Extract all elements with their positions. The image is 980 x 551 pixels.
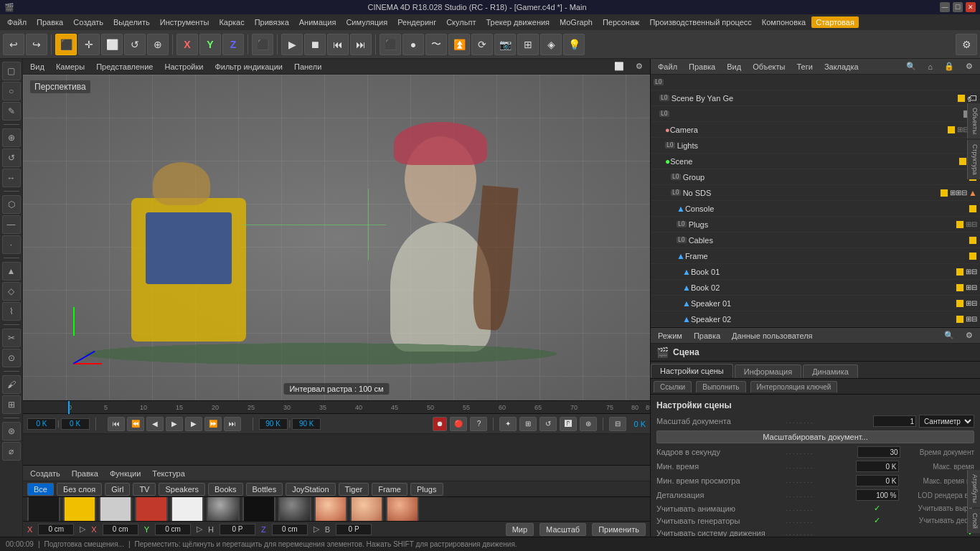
layer-tab-joystation[interactable]: JoyStation: [286, 483, 335, 496]
tb-grid[interactable]: ⊞: [517, 34, 539, 55]
tb-select-scale[interactable]: ⬜: [101, 34, 123, 55]
obj-item-scene-yan[interactable]: LO Scene By Yan Ge 🏷: [651, 90, 980, 106]
attr-subtab-interp[interactable]: Интерполяция ключей: [750, 381, 838, 392]
play-next[interactable]: ▶: [185, 417, 202, 431]
keyframe-btn3[interactable]: ↺: [540, 417, 557, 431]
minimize-button[interactable]: —: [940, 2, 950, 12]
vp-menu-view[interactable]: Вид: [27, 61, 47, 72]
tool-extrude[interactable]: ▲: [2, 262, 21, 281]
layer-tab-no-layer[interactable]: Без слоя: [57, 483, 102, 496]
tool-uv[interactable]: ⊞: [2, 395, 21, 414]
tb-undo[interactable]: ↩: [3, 34, 24, 55]
tb-light[interactable]: 💡: [563, 34, 585, 55]
bot-menu-edit[interactable]: Правка: [69, 468, 101, 479]
vp-menu-present[interactable]: Представление: [93, 61, 156, 72]
menu-tools[interactable]: Инструменты: [156, 17, 214, 28]
coord-z-input[interactable]: [272, 524, 308, 535]
tb-x-axis[interactable]: X: [176, 34, 198, 55]
material-11[interactable]: [386, 497, 419, 521]
obj-item-lights[interactable]: LO Lights: [651, 138, 980, 154]
current-time-input[interactable]: [27, 418, 56, 430]
material-1[interactable]: [27, 497, 60, 521]
keyframe-btn5[interactable]: ⊛: [580, 417, 597, 431]
coord-y-input[interactable]: [155, 524, 191, 535]
menu-track[interactable]: Трекер движения: [481, 17, 554, 28]
obj-item-lo2[interactable]: LO: [651, 106, 980, 122]
bot-menu-create[interactable]: Создать: [27, 468, 63, 479]
layer-tab-books[interactable]: Books: [208, 483, 243, 496]
material-6[interactable]: [207, 497, 240, 521]
attr-menu-edit[interactable]: Правка: [691, 330, 723, 342]
vp-menu-settings[interactable]: Настройки: [161, 61, 206, 72]
menu-frame[interactable]: Каркас: [215, 17, 248, 28]
obj-menu-objects[interactable]: Объекты: [750, 61, 788, 72]
menu-sculpt[interactable]: Скульпт: [442, 17, 480, 28]
tool-magnet[interactable]: ⊛: [2, 422, 21, 441]
tb-select-model[interactable]: ⬛: [55, 34, 77, 55]
help-btn[interactable]: ?: [470, 417, 487, 431]
tool-edge[interactable]: —: [2, 215, 21, 234]
menu-production[interactable]: Производственный процесс: [645, 17, 755, 28]
attr-tab-info[interactable]: Информация: [735, 364, 801, 378]
tool-weld[interactable]: ⊙: [2, 349, 21, 367]
material-8[interactable]: [278, 497, 311, 521]
tb-transform[interactable]: ⊕: [147, 34, 169, 55]
scale-input[interactable]: [873, 415, 916, 427]
tb-record[interactable]: ⏮: [327, 34, 349, 55]
obj-item-group[interactable]: LO Group: [651, 169, 980, 185]
world-mode-button[interactable]: Мир: [506, 523, 534, 536]
material-5[interactable]: [171, 497, 204, 521]
layer-tab-bottles[interactable]: Bottles: [246, 483, 283, 496]
timeline-layout-btn[interactable]: ⊟: [609, 417, 626, 431]
tab-structure-edge[interactable]: Структура: [967, 140, 980, 179]
vp-menu-cameras[interactable]: Камеры: [53, 61, 88, 72]
menu-render[interactable]: Рендеринг: [393, 17, 440, 28]
obj-item-scene[interactable]: ● Scene ✓: [651, 154, 980, 169]
tb-sphere[interactable]: ●: [402, 34, 424, 55]
material-2[interactable]: [63, 497, 96, 521]
record-btn[interactable]: ⏺: [433, 417, 447, 431]
tab-layer-edge[interactable]: Слой: [967, 509, 980, 533]
obj-item-frame[interactable]: ▲ Frame: [651, 248, 980, 264]
obj-menu-tags[interactable]: Теги: [794, 61, 816, 72]
menu-anim[interactable]: Анимация: [295, 17, 341, 28]
autokey-btn[interactable]: 🔴: [450, 417, 467, 431]
coord-h-input[interactable]: [220, 524, 255, 535]
tb-deform[interactable]: ⟳: [471, 34, 493, 55]
layer-tab-tv[interactable]: TV: [133, 483, 156, 496]
obj-lock-icon[interactable]: 🔒: [941, 60, 957, 72]
tool-smooth[interactable]: ⌀: [2, 442, 21, 461]
obj-menu-bookmark[interactable]: Закладка: [821, 61, 862, 72]
keyframe-btn[interactable]: ✦: [499, 417, 517, 431]
tb-extra-1[interactable]: ⚙: [956, 34, 977, 55]
tb-play-btn[interactable]: ▶: [281, 34, 303, 55]
tb-rotate[interactable]: ↺: [124, 34, 146, 55]
attr-settings-icon[interactable]: ⚙: [963, 329, 976, 342]
obj-item-console[interactable]: ▲ Console: [651, 201, 980, 217]
tool-knife[interactable]: ✂: [2, 329, 21, 347]
play-next-frame[interactable]: ⏩: [204, 417, 222, 431]
obj-item-speaker02[interactable]: ▲ Speaker 02 ⊞⊟: [651, 311, 980, 327]
menu-file[interactable]: Файл: [3, 17, 31, 28]
tb-cube[interactable]: ⬛: [380, 34, 401, 55]
end-time-input[interactable]: [259, 418, 288, 430]
material-10[interactable]: [350, 497, 383, 521]
attr-subtab-execute[interactable]: Выполнить: [696, 381, 745, 392]
layer-tab-frame[interactable]: Frame: [372, 483, 407, 496]
maximize-button[interactable]: ☐: [953, 2, 963, 12]
tb-camera[interactable]: 📷: [494, 34, 516, 55]
keyframe-btn2[interactable]: ⊞: [519, 417, 537, 431]
apply-button[interactable]: Применить: [592, 523, 646, 536]
tb-select-move[interactable]: ✛: [78, 34, 100, 55]
bot-menu-texture[interactable]: Текстура: [149, 468, 187, 479]
keyframe-btn4[interactable]: 🅿: [560, 417, 577, 431]
obj-item-camera[interactable]: ● Camera ⊞⊟ ⊘: [651, 122, 980, 138]
tb-stop-btn[interactable]: ⏹: [304, 34, 326, 55]
tb-y-axis[interactable]: Y: [199, 34, 221, 55]
menu-compose[interactable]: Компоновка: [758, 17, 810, 28]
obj-item-cables[interactable]: LO Cables: [651, 232, 980, 248]
fps-input[interactable]: [857, 446, 900, 458]
start-time-input[interactable]: [61, 418, 90, 430]
obj-menu-file[interactable]: Файл: [655, 61, 680, 72]
vp-menu-filter[interactable]: Фильтр индикации: [212, 61, 286, 72]
